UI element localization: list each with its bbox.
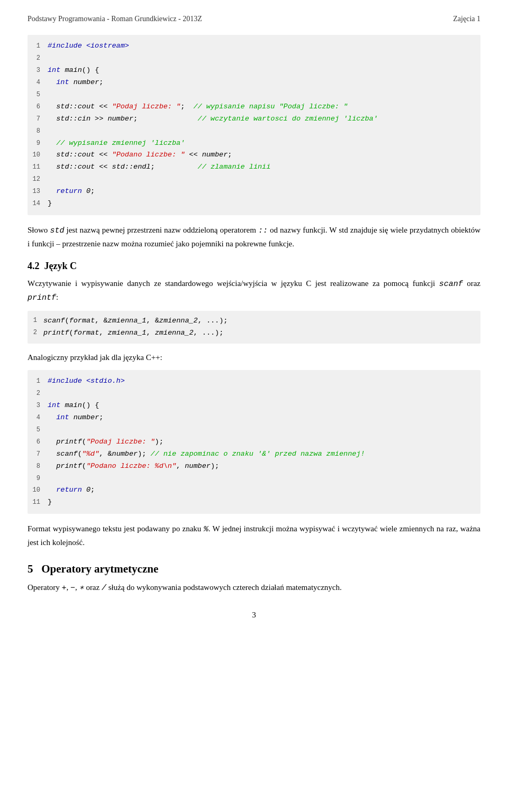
c-line-3: 3 int main() { [28, 400, 474, 412]
c-code-block: 1 #include <stdio.h> 2 3 int main() { 4 … [28, 370, 480, 514]
code-line-8: 8 [28, 125, 474, 137]
paragraph-3: Analogiczny przykład jak dla języka C++: [28, 351, 480, 364]
code-line-1: 1 #include <iostream> [28, 40, 474, 52]
page-header: Podstawy Programowania - Roman Grundkiew… [28, 15, 480, 23]
paragraph-5: Operatory +, −, ∗ oraz / służą do wykony… [28, 581, 480, 595]
code-line-2: 2 [28, 52, 474, 64]
code-line-5: 5 [28, 89, 474, 101]
section-42-title: 4.2 Język C [28, 261, 480, 272]
cpp-code-block: 1 #include <iostream> 2 3 int main() { 4… [28, 35, 480, 215]
code-line-9: 9 // wypisanie zmiennej 'liczba' [28, 137, 474, 150]
c-line-6: 6 printf("Podaj liczbe: "); [28, 436, 474, 448]
code-line-10: 10 std::cout << "Podano liczbe: " << num… [28, 149, 474, 161]
code-line-3: 3 int main() { [28, 64, 474, 77]
scanf-printf-block: 1 scanf(format, &zmienna_1, &zmienna_2, … [28, 311, 480, 344]
c-line-11: 11 } [28, 496, 474, 509]
c-line-10: 10 return 0; [28, 484, 474, 496]
c-line-9: 9 [28, 473, 474, 485]
c-line-4: 4 int number; [28, 412, 474, 424]
code-line-6: 6 std::cout << "Podaj liczbe: "; // wypi… [28, 101, 474, 113]
header-right: Zajęcia 1 [453, 15, 480, 23]
c-line-8: 8 printf("Podano liczbe: %d\n", number); [28, 460, 474, 473]
c-line-7: 7 scanf("%d", &number); // nie zapominac… [28, 448, 474, 460]
code-line-12: 12 [28, 173, 474, 186]
page-number: 3 [28, 611, 480, 620]
code-line-7: 7 std::cin >> number; // wczytanie warto… [28, 113, 474, 125]
paragraph-4: Format wypisywanego tekstu jest podawany… [28, 522, 480, 549]
code-line-13: 13 return 0; [28, 186, 474, 198]
code-line-11: 11 std::cout << std::endl; // zlamanie l… [28, 161, 474, 173]
code-line-14: 14 } [28, 198, 474, 210]
c-line-5: 5 [28, 424, 474, 436]
code-line-4: 4 int number; [28, 77, 474, 89]
section-5-title: 5 Operatory arytmetyczne [28, 562, 480, 576]
c-line-2: 2 [28, 387, 474, 400]
page: Podstawy Programowania - Roman Grundkiew… [0, 0, 508, 651]
sp-line-2: 2 printf(format, zmienna_1, zmienna_2, .… [28, 327, 474, 339]
sp-line-1: 1 scanf(format, &zmienna_1, &zmienna_2, … [28, 315, 474, 327]
header-left: Podstawy Programowania - Roman Grundkiew… [28, 15, 202, 23]
paragraph-1: Słowo std jest nazwą pewnej przestrzeni … [28, 224, 480, 250]
paragraph-2: Wczytywanie i wypisywanie danych ze stan… [28, 277, 480, 304]
c-line-1: 1 #include <stdio.h> [28, 375, 474, 387]
